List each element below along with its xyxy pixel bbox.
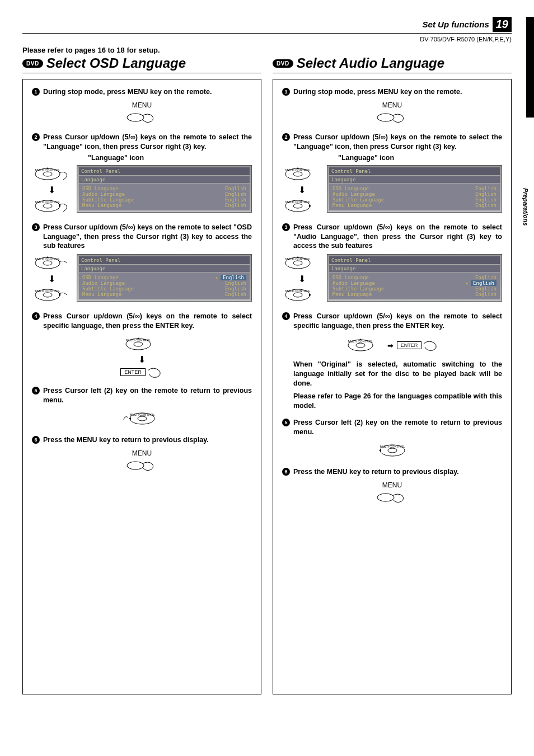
osd-row-value: English: [475, 275, 496, 280]
left-step3-text: Press Cursor up/down (5/∞) keys on the r…: [43, 223, 252, 251]
osd-row-label: Menu Language: [332, 203, 372, 208]
osd-row-value: English: [475, 292, 496, 297]
svg-text:MULTI CONTROL: MULTI CONTROL: [380, 445, 405, 448]
osd-row-label: Audio Language: [82, 191, 125, 197]
osd-row-value: English: [475, 203, 496, 208]
osd-row-value: English: [471, 280, 496, 286]
osd-row-label: Menu Language: [82, 203, 121, 208]
down-arrow-icon: ⬇: [48, 185, 55, 195]
multi-control-icon: MULTI CONTROL: [282, 254, 321, 272]
setup-reference: Please refer to pages 16 to 18 for setup…: [22, 46, 512, 54]
right-content-box: 1 During stop mode, press MENU key on th…: [273, 79, 512, 694]
osd-row-value: English: [475, 286, 496, 292]
enter-key-figure: ENTER: [397, 339, 440, 351]
right-step6-text: Press the MENU key to return to previous…: [293, 467, 502, 477]
osd-row-value: English: [225, 286, 246, 292]
osd-row-value: English: [475, 186, 496, 191]
osd-panel-title: Control Panel: [79, 167, 250, 175]
step-number-icon: 6: [282, 468, 290, 476]
osd-row-label: Audio Language: [332, 191, 375, 197]
osd-row-value: English: [475, 191, 496, 197]
svg-point-31: [293, 293, 302, 297]
enter-key-label: ENTER: [120, 368, 146, 376]
step-number-icon: 5: [32, 387, 40, 395]
menu-label: MENU: [132, 449, 152, 457]
osd-row-label: Audio Language: [332, 280, 375, 286]
svg-point-19: [127, 462, 144, 469]
osd-panel-title: Control Panel: [329, 256, 500, 264]
down-arrow-icon: ⬇: [298, 185, 306, 195]
svg-point-22: [293, 172, 302, 176]
osd-row-label: Subtitle Language: [332, 286, 384, 292]
step-number-icon: 2: [32, 133, 40, 141]
down-arrow-icon: ⬇: [298, 274, 306, 284]
right-step4-note2: Please refer to Page 26 for the language…: [293, 392, 502, 411]
down-arrow-icon: ⬇: [48, 274, 55, 284]
remote-hand-icon: [125, 110, 159, 125]
osd-section-label: Language: [329, 265, 500, 272]
left-step6-text: Press the MENU key to return to previous…: [43, 435, 252, 445]
side-tab-preparations: Preparations: [522, 185, 530, 229]
osd-row-value: English: [475, 197, 496, 203]
language-icon-label: "Language" icon: [338, 154, 502, 162]
step-number-icon: 6: [32, 436, 40, 444]
menu-label: MENU: [382, 481, 402, 489]
right-arrow-icon: ➡: [387, 341, 394, 350]
svg-point-28: [293, 261, 302, 265]
step-number-icon: 4: [32, 312, 40, 320]
step-number-icon: 2: [282, 133, 290, 141]
dvd-badge: DVD: [22, 59, 43, 68]
svg-point-20: [377, 114, 394, 121]
osd-row-value: English: [225, 197, 246, 203]
osd-panel: Control Panel Language OSD LanguageEngli…: [327, 165, 502, 213]
osd-row-value: English: [225, 292, 246, 297]
svg-point-25: [293, 204, 302, 208]
osd-row-value: English: [225, 280, 246, 286]
osd-row-label: OSD Language: [332, 275, 369, 280]
down-arrow-icon: ⬇: [138, 354, 146, 365]
left-step4-text: Press Cursor up/down (5/∞) keys on the r…: [43, 312, 252, 331]
multi-control-icon: MULTI CONTROL: [123, 335, 162, 353]
osd-panel-title: Control Panel: [79, 256, 250, 264]
remote-hand-icon: [376, 490, 409, 505]
osd-row-label: Subtitle Language: [332, 197, 384, 203]
osd-row-value: English: [225, 191, 246, 197]
svg-point-2: [43, 172, 52, 176]
osd-panel-title: Control Panel: [329, 167, 500, 175]
right-step2-text: Press Cursor up/down (5/∞) keys on the r…: [293, 133, 502, 152]
section-name: Set Up functions: [423, 20, 489, 29]
svg-point-39: [377, 494, 394, 501]
osd-row-label: Subtitle Language: [82, 197, 134, 203]
menu-label: MENU: [382, 101, 402, 109]
svg-text:MULTI CONTROL: MULTI CONTROL: [285, 200, 311, 204]
left-step1-text: During stop mode, press MENU key on the …: [43, 87, 252, 97]
osd-section-label: Language: [79, 176, 250, 183]
svg-point-5: [43, 204, 52, 208]
osd-row-label: Audio Language: [82, 280, 125, 286]
dvd-badge: DVD: [273, 59, 293, 68]
right-step4-text: Press Cursor up/down (5/∞) keys on the r…: [293, 312, 502, 331]
page-number: 19: [493, 17, 512, 32]
osd-row-value: English: [221, 275, 246, 280]
svg-point-37: [388, 448, 397, 453]
left-column: DVD Select OSD Language 1 During stop mo…: [22, 55, 261, 694]
step-number-icon: 5: [282, 419, 290, 426]
enter-key-label: ENTER: [397, 341, 422, 349]
osd-section-label: Language: [329, 176, 500, 183]
left-step5-text: Press Cursor left (2) key on the remote …: [43, 386, 252, 405]
svg-text:MULTI CONTROL: MULTI CONTROL: [285, 289, 311, 293]
svg-point-11: [43, 293, 52, 297]
osd-row-label: OSD Language: [332, 186, 369, 191]
menu-label: MENU: [132, 101, 152, 109]
remote-hand-icon: [125, 458, 159, 473]
remote-hand-icon: [376, 110, 409, 125]
multi-control-icon: MULTI CONTROL: [282, 286, 321, 304]
svg-text:MULTI CONTROL: MULTI CONTROL: [35, 200, 60, 204]
osd-row-label: OSD Language: [82, 275, 119, 280]
right-step1-text: During stop mode, press MENU key on the …: [293, 87, 502, 97]
multi-control-icon: MULTI CONTROL: [123, 410, 162, 428]
enter-key-figure: ENTER: [120, 366, 163, 378]
right-step3-text: Press Cursor up/down (5/∞) keys on the r…: [293, 223, 502, 251]
svg-point-14: [134, 342, 143, 346]
svg-text:MULTI CONTROL: MULTI CONTROL: [129, 413, 154, 416]
